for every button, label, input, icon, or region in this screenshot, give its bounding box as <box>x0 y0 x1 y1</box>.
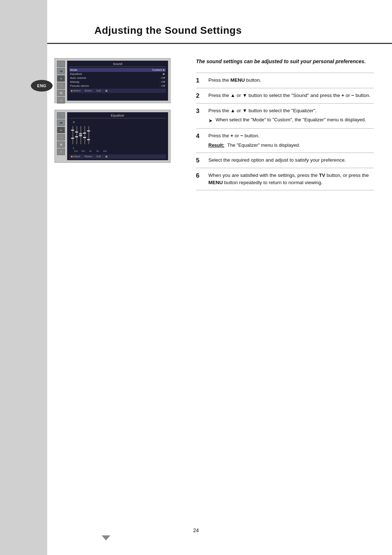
equalizer-menu-title: Equalizer <box>69 114 166 118</box>
eq-bars-area: R <box>69 119 166 154</box>
tv-icon-channel-2: 📺 <box>57 119 65 126</box>
tv-icon-display: ▣ <box>57 90 65 96</box>
eq-handle-r-100 <box>71 130 74 131</box>
sound-menu-title: Sound <box>69 62 166 67</box>
tv-icons-col-2: 🔊 📺 ≡ ⋯ ▣ ℹ <box>57 112 65 155</box>
tv-icon-info-2: ℹ <box>57 149 65 155</box>
step-1-content: Press the MENU button. <box>208 77 374 84</box>
eq-slider-1k <box>80 124 81 146</box>
equalizer-menu-content: Equalizer R <box>67 112 168 160</box>
page-title: Adjusting the Sound Settings <box>94 25 377 36</box>
step-6-number: 6 <box>196 172 203 179</box>
eq-track-1k <box>80 126 81 144</box>
result-text-4: The "Equalizer" menu is displayed. <box>227 142 300 149</box>
eng-badge: ENG <box>31 80 53 92</box>
step-1-number: 1 <box>196 77 203 84</box>
step-3-note: ➤ When select the "Mode" to "Custom", th… <box>208 117 374 125</box>
eq-slider-100 <box>72 124 73 146</box>
eq-track-300 <box>76 126 77 144</box>
eq-sliders <box>69 124 92 146</box>
step-5-content: Select the required option and adjust to… <box>208 157 374 164</box>
equalizer-screenshot: 🔊 📺 ≡ ⋯ ▣ ℹ Equalizer R <box>54 110 171 163</box>
bottom-arrow-icon <box>102 535 110 540</box>
mode-row: Mode Custom ▶ <box>69 68 166 72</box>
eq-freq-labels: 100 300 1K 3K 10K <box>73 150 108 152</box>
eq-r-label: R <box>73 121 75 123</box>
eq-track-100 <box>72 126 73 144</box>
step-1: 1 Press the MENU button. <box>196 73 374 88</box>
melody-row: Melody : Off <box>69 80 166 84</box>
plus-bold-2: + <box>342 93 344 98</box>
freq-300: 300 <box>80 150 86 152</box>
eq-handle-r-300 <box>75 131 78 133</box>
plus-bold-4: + <box>230 133 233 138</box>
eq-handle-r-1k <box>79 133 82 134</box>
tv-icon-dots-2: ⋯ <box>57 134 65 141</box>
eq-l-label: L <box>73 147 74 149</box>
eq-handle-l-3k <box>83 137 86 138</box>
step-3: 3 Press the ▲ or ▼ button to select the … <box>196 104 374 129</box>
eq-slider-10k <box>88 124 89 146</box>
eq-handle-l-300 <box>75 136 78 137</box>
step-6-content: When you are satisfied with the settings… <box>208 172 374 187</box>
tv-icon-menu: ≡ <box>57 75 65 82</box>
minus-bold-2: − <box>351 93 354 98</box>
step-4-result: Result: The "Equalizer" menu is displaye… <box>208 142 374 149</box>
tv-icon-dots: ⋯ <box>57 82 65 89</box>
step-3-content: Press the ▲ or ▼ button to select the "E… <box>208 107 374 125</box>
page-container: ENG Adjusting the Sound Settings 🔊 📺 ≡ ⋯… <box>0 0 392 555</box>
freq-3k: 3K <box>95 150 101 152</box>
eq-track-10k <box>88 126 89 144</box>
sound-menu-screenshot: 🔊 📺 ≡ ⋯ ▣ ℹ Sound Mode Custom ▶ Equalize… <box>54 58 171 103</box>
step-5: 5 Select the required option and adjust … <box>196 153 374 168</box>
step-2-number: 2 <box>196 92 203 100</box>
step-5-number: 5 <box>196 157 203 164</box>
steps-list: 1 Press the MENU button. 2 Press the ▲ o… <box>196 73 374 191</box>
menu-bold-6: MENU <box>208 180 223 185</box>
step-3-number: 3 <box>196 107 203 115</box>
right-panel: The sound settings can be adjusted to su… <box>185 51 385 198</box>
equalizer-row: Equalizer ▶ <box>69 72 166 76</box>
minus-bold-4: − <box>240 133 243 138</box>
eq-bottom-bar: ◆ Adjust Move± Exit ▣ <box>69 154 166 159</box>
freq-100: 100 <box>73 150 79 152</box>
tv-icon-sound-2: 🔊 <box>57 112 65 119</box>
tv-icon-display-2: ▣ <box>57 141 65 148</box>
eq-track-3k <box>84 126 85 144</box>
step-2-content: Press the ▲ or ▼ button to select the "S… <box>208 92 374 99</box>
eq-slider-3k <box>84 124 85 146</box>
tv-icon-menu-2: ≡ <box>57 127 65 133</box>
page-number: 24 <box>193 527 199 533</box>
eq-handle-r-10k <box>87 130 90 131</box>
freq-1k: 1K <box>87 150 93 152</box>
auto-volume-row: Auto volume : Off <box>69 76 166 80</box>
eq-handle-l-1k <box>79 135 82 136</box>
left-panel: 🔊 📺 ≡ ⋯ ▣ ℹ Sound Mode Custom ▶ Equalize… <box>47 51 181 177</box>
sound-menu-content: Sound Mode Custom ▶ Equalizer ▶ Auto vol… <box>67 61 168 101</box>
note-arrow-3: ➤ <box>208 117 213 125</box>
freq-10k: 10K <box>102 150 108 152</box>
step-4-number: 4 <box>196 132 203 140</box>
note-text-3: When select the "Mode" to "Custom", the … <box>216 117 366 123</box>
menu-bold-1: MENU <box>230 77 245 83</box>
tv-icons-col-1: 🔊 📺 ≡ ⋯ ▣ ℹ <box>57 61 65 104</box>
eng-label: ENG <box>37 84 46 88</box>
intro-text: The sound settings can be adjusted to su… <box>196 58 374 65</box>
pseudo-stereo-row: Pseudo stereo : Off <box>69 84 166 88</box>
result-label-4: Result: <box>208 142 224 149</box>
eq-handle-r-3k <box>83 133 86 134</box>
title-section: Adjusting the Sound Settings <box>47 18 392 44</box>
step-6: 6 When you are satisfied with the settin… <box>196 168 374 191</box>
tv-bold-6: TV <box>319 173 325 178</box>
eq-handle-l-100 <box>71 138 74 139</box>
eq-handle-l-10k <box>87 139 90 140</box>
eq-slider-300 <box>76 124 77 146</box>
tv-icon-sound: 🔊 <box>57 61 65 67</box>
step-2: 2 Press the ▲ or ▼ button to select the … <box>196 88 374 104</box>
tv-icon-info: ℹ <box>57 97 65 104</box>
step-4: 4 Press the + or − button. Result: The "… <box>196 129 374 153</box>
sound-bottom-bar: ◆ Select Enter± Exit ▣ <box>69 89 166 93</box>
step-4-content: Press the + or − button. Result: The "Eq… <box>208 132 374 149</box>
tv-icon-channel: 📺 <box>57 68 65 74</box>
